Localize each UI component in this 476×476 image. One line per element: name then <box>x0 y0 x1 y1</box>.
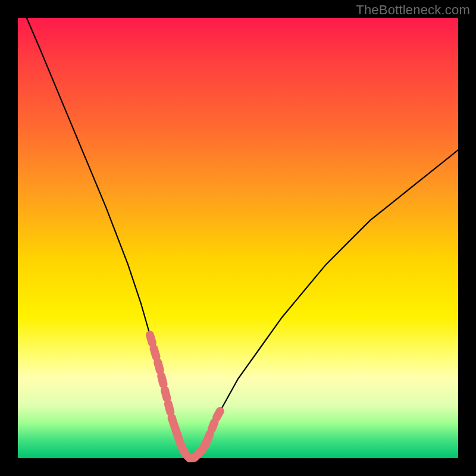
bottleneck-curve <box>27 18 458 458</box>
accent-marker-right <box>207 411 220 440</box>
chart-frame: TheBottleneck.com <box>0 0 476 476</box>
plot-area <box>18 18 458 458</box>
curve-svg <box>18 18 458 458</box>
accent-marker-bottom <box>172 418 207 458</box>
watermark-text: TheBottleneck.com <box>356 2 470 18</box>
accent-marker-left <box>150 335 172 419</box>
